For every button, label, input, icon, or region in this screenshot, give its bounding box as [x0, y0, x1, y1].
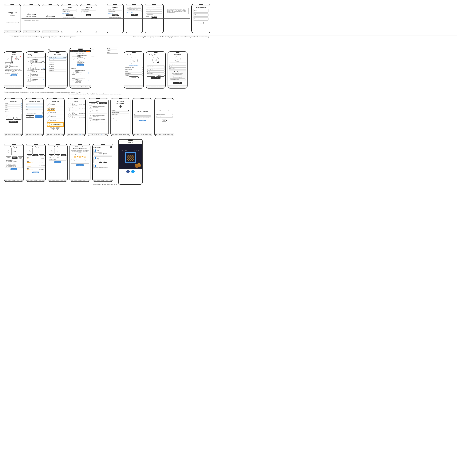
nav5-history[interactable]: History [136, 86, 139, 87]
reviews-tab[interactable]: Reviews [12, 156, 17, 159]
nav7-search[interactable]: Search [172, 86, 175, 87]
verify-resend[interactable]: Resend OTP [127, 12, 141, 13]
nav9-search[interactable]: Search [29, 134, 32, 135]
nav11-home[interactable]: Home [68, 134, 70, 135]
nav4-scanqr[interactable]: Scan QR [79, 86, 82, 87]
nav-search[interactable]: Search [8, 86, 11, 87]
nav10-nearby[interactable]: Nearby [58, 134, 60, 135]
services-tab-2[interactable]: Services [27, 154, 33, 156]
gender-option-female[interactable]: ○ Female [153, 16, 157, 17]
service-item-2[interactable]: Facial ⊕ [5, 104, 22, 107]
nav13-scanqr[interactable]: Scan QR [119, 134, 122, 135]
search-result-5[interactable]: Price actions [49, 69, 67, 72]
confirm-password-field[interactable]: Enter confirm password [156, 116, 173, 118]
edit2-phone-field[interactable]: Phone Number [169, 64, 187, 66]
nav10-profile[interactable]: Profile [62, 134, 64, 135]
nearby-option[interactable]: Nearby [107, 48, 117, 50]
nav18-home[interactable]: Home [49, 180, 51, 181]
nav-history[interactable]: History [17, 86, 19, 87]
city-field[interactable]: City: Indore (MP) [173, 76, 182, 78]
setting-rate[interactable]: Rate us on Play store ❯ [112, 120, 129, 122]
nav17-profile[interactable]: Profile [42, 180, 45, 181]
nav20-search[interactable]: Search [97, 180, 100, 181]
services-tab[interactable]: Services [6, 156, 11, 159]
profile-phone-field[interactable]: Phone Number [125, 69, 143, 70]
nav18-profile[interactable]: Profile [64, 180, 67, 181]
profile-option[interactable]: Profile [107, 51, 117, 53]
nav15-scanqr[interactable]: Scan QR [163, 134, 166, 135]
nav3-profile[interactable]: Profile [64, 86, 67, 87]
edit-profile-btn[interactable]: Edit Profile [129, 76, 139, 78]
setting-changepassword[interactable]: Change password ❯ [112, 112, 129, 114]
signup-link[interactable]: Don't have account? Signup Here > contin… [62, 17, 77, 19]
nav10-search[interactable]: Search [50, 134, 52, 135]
doctor-option[interactable]: 🍽 Doctor [193, 13, 208, 17]
otherdetails-submit-btn[interactable]: Submit [151, 17, 157, 19]
notif-yes-2[interactable]: Yes [103, 161, 107, 163]
submit-changepassword-btn[interactable]: SUBMIT [139, 120, 146, 121]
edit2-email-field[interactable]: Email [169, 66, 187, 68]
nav9-scanqr[interactable]: Scan QR [33, 134, 36, 135]
resend-link[interactable]: Resend OTP [81, 12, 96, 14]
otp-request-field[interactable]: Request for OTP [62, 11, 77, 12]
nav8-nearby[interactable]: Nearby [16, 134, 18, 135]
nav19-home[interactable]: Home [71, 180, 73, 181]
nav17-history[interactable]: History [39, 180, 41, 181]
mobile-field[interactable]: Mobile number [62, 9, 77, 11]
search-result-4[interactable]: Price saloon [49, 68, 67, 69]
edit-address-field[interactable]: Enter address [147, 73, 165, 74]
continue-btn-3[interactable]: Continue [49, 31, 52, 32]
new-password-field[interactable]: Enter new password [156, 114, 173, 115]
notif-no-1[interactable]: No [99, 153, 102, 155]
verify-otp-field[interactable]: Enter 4 digit OTP [127, 10, 141, 12]
nav2-scanqr[interactable]: Scan QR [34, 86, 37, 87]
mobile-password-field[interactable]: Enter and registered mobile number [134, 116, 151, 118]
nav5-search[interactable]: Search [128, 86, 131, 87]
nav-scanqr[interactable]: Scan QR [12, 86, 15, 87]
nav2-profile[interactable]: Profile [42, 86, 45, 87]
nav19-profile[interactable]: Profile [87, 180, 89, 181]
nav16-history[interactable]: History [17, 180, 19, 181]
search-result-2[interactable]: Price saloon [49, 63, 67, 65]
nav19-history[interactable]: History [83, 180, 85, 181]
nav20-home[interactable]: Home [93, 180, 96, 181]
nav12-scanqr[interactable]: Scan QR [96, 134, 99, 135]
nav7-scanqr[interactable]: Scan QR [176, 86, 179, 87]
nav13-search[interactable]: Search [115, 134, 118, 135]
nav7-history[interactable]: History [180, 86, 183, 87]
login-link[interactable]: Already have account? Login here [108, 17, 122, 18]
star-rating[interactable]: ★★★★☆ [71, 155, 89, 158]
add-address-btn[interactable]: Add address [156, 75, 165, 77]
nav15-search[interactable]: Search [159, 134, 161, 135]
notif-no-2[interactable]: No [99, 161, 102, 163]
nav15-profile[interactable]: Profile [171, 134, 173, 135]
nav4-nearby[interactable]: Nearby [84, 86, 86, 87]
verify-submit-btn[interactable]: SUBMIT [131, 14, 138, 16]
nav4-search[interactable]: Search [75, 86, 77, 87]
upcoming-tab[interactable]: Upcoming [89, 102, 98, 104]
lastname-field[interactable]: Enter last name [146, 10, 162, 12]
nav15-history[interactable]: History [167, 134, 170, 135]
nav14-home[interactable]: Home [134, 134, 136, 135]
nav10-scanqr[interactable]: Scan QR [53, 134, 57, 135]
nav9-home[interactable]: Home [26, 134, 28, 135]
nav2-search[interactable]: Search [30, 86, 33, 87]
nav17-home[interactable]: Home [27, 180, 29, 181]
nav3-nearby[interactable]: Nearby [61, 86, 63, 87]
continue-btn[interactable]: Continue [7, 31, 11, 32]
setting-privacypolicy[interactable]: Privacy policy ❯ [112, 114, 129, 116]
edit-phone-field[interactable]: Phone Number [147, 69, 165, 71]
nav16-search[interactable]: Search [8, 180, 11, 181]
reviews-tab-2[interactable]: Reviews [33, 154, 39, 156]
nav3-scanqr[interactable]: Scan QR [56, 86, 59, 87]
edit-lname-field[interactable]: Last Name / Surname [147, 67, 165, 69]
skip-btn-2[interactable]: Skip [35, 31, 37, 32]
gender-option-male[interactable]: ○ Male [150, 16, 153, 17]
profile-gender-field[interactable]: Gender [125, 74, 143, 76]
nav17-search[interactable]: Search [30, 180, 33, 181]
nav11-history[interactable]: History [79, 134, 81, 135]
service-item-1[interactable]: Hair cut ⊕ [5, 102, 22, 104]
nav14-search[interactable]: Search [137, 134, 139, 135]
nav16-profile[interactable]: Profile [20, 180, 23, 181]
search-input[interactable]: 🔍 Search result page [49, 59, 67, 61]
